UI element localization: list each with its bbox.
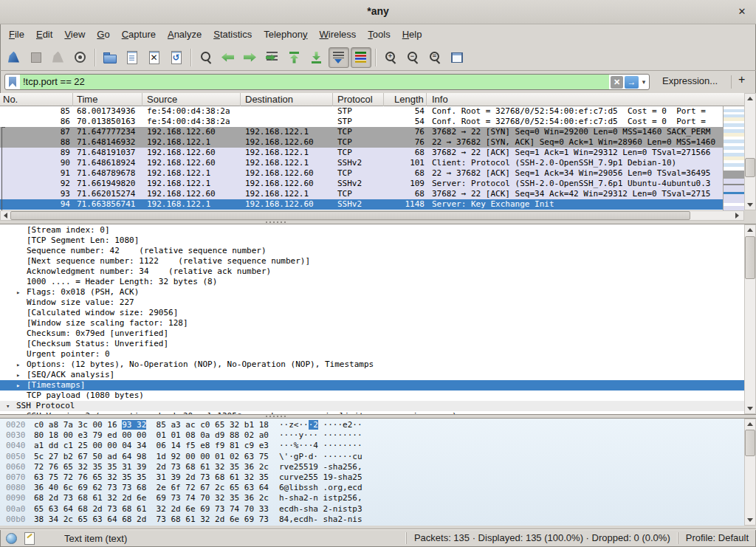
go-back-button[interactable] [218,47,238,68]
expander-right-icon[interactable]: ▸ [16,380,20,391]
hex-ascii[interactable]: \'·gP·d· ······cu [279,452,362,462]
hex-row[interactable]: 0020c0 a8 7a 3c 00 16 93 32 85 a3 ac c0 … [0,420,744,430]
capture-options-button[interactable] [70,47,91,68]
menu-item-analyze[interactable]: Analyze [162,27,207,42]
filter-add-button[interactable]: + [738,73,745,86]
capture-comment-icon[interactable] [24,532,35,545]
hex-ascii[interactable]: 84,ecdh- sha2-nis [279,515,362,525]
hex-bytes[interactable]: 36 40 6c 69 62 73 73 68 2e 6f 72 67 2c 6… [34,483,269,493]
detail-line[interactable]: [Stream index: 0] [0,225,744,235]
menu-item-telephony[interactable]: Telephony [258,27,313,42]
details-vscrollbar[interactable] [744,224,756,414]
hex-bytes[interactable]: 38 34 2c 65 63 64 68 2d 73 68 61 32 2d 6… [34,515,269,525]
detail-line[interactable]: Checksum: 0x79ed [unverified] [0,328,744,339]
find-packet-button[interactable] [196,47,216,68]
hex-ascii[interactable]: h-sha2-n istp256, [279,493,362,503]
scroll-down-icon[interactable] [744,200,756,210]
packet-list-vscrollbar[interactable] [744,93,756,210]
hex-row[interactable]: 00b038 34 2c 65 63 64 68 2d 73 68 61 32 … [0,515,744,525]
expert-info-icon[interactable] [6,533,17,544]
scroll-right-icon[interactable] [732,210,743,221]
menu-item-go[interactable]: Go [91,27,115,42]
scroll-left-icon[interactable] [0,210,10,221]
expander-down-icon[interactable]: ▾ [6,401,10,411]
expander-right-icon[interactable]: ▸ [16,370,20,380]
hex-bytes[interactable]: 68 2d 73 68 61 32 2d 6e 69 73 74 70 32 3… [34,493,269,503]
packet-list-hscrollbar[interactable] [0,210,744,221]
column-header-info[interactable]: Info [427,93,744,106]
hex-bytes[interactable]: a1 dd c1 25 00 00 04 34 06 14 f5 e8 f9 8… [34,441,269,451]
detail-line[interactable]: ▾SSH Protocol [0,401,744,411]
packet-row[interactable]: 9171.648789678192.168.122.1192.168.122.6… [0,168,723,179]
scroll-thumb[interactable] [745,430,755,456]
auto-scroll-button[interactable] [329,47,349,68]
hex-row[interactable]: 007063 75 72 76 65 32 35 35 31 39 2d 73 … [0,472,744,483]
detail-line[interactable]: 1000 .... = Header Length: 32 bytes (8) [0,277,744,287]
open-file-button[interactable] [100,47,120,68]
hex-bytes[interactable]: c0 a8 7a 3c 00 16 93 32 85 a3 ac c0 65 3… [34,420,269,430]
scroll-up-icon[interactable] [744,224,756,235]
hex-ascii[interactable]: rve25519 -sha256, [279,462,362,472]
restart-capture-button[interactable] [48,47,69,68]
filter-clear-button[interactable]: ✕ [611,76,623,89]
detail-line[interactable]: ▸Flags: 0x018 (PSH, ACK) [0,287,744,297]
hex-bytes[interactable]: 63 75 72 76 65 32 35 35 31 39 2d 73 68 6… [34,472,269,483]
stop-capture-button[interactable] [26,47,47,68]
hex-ascii[interactable]: ····y··· ········ [279,430,362,441]
detail-line[interactable]: Urgent pointer: 0 [0,349,744,359]
reload-file-button[interactable] [166,47,187,68]
resize-columns-button[interactable] [447,47,467,68]
packet-row[interactable]: 8568.001734936fe:54:00:d4:38:2aSTP54Conf… [0,106,723,117]
scroll-thumb[interactable] [745,236,755,279]
packet-row[interactable]: 8670.013850163fe:54:00:d4:38:2aSTP54Conf… [0,117,723,127]
menu-item-edit[interactable]: Edit [30,27,58,42]
menu-item-view[interactable]: View [58,27,91,42]
hex-ascii[interactable]: curve255 19-sha25 [279,472,362,483]
hex-ascii[interactable]: ··z<···2 ····e2·· [279,420,362,430]
column-header-protocol[interactable]: Protocol [333,93,384,106]
detail-line[interactable]: [Calculated window size: 29056] [0,308,744,318]
save-file-button[interactable] [122,47,142,68]
packet-row[interactable]: 9271.661949820192.168.122.1192.168.122.6… [0,179,723,189]
hex-row[interactable]: 008036 40 6c 69 62 73 73 68 2e 6f 72 67 … [0,483,744,493]
hex-row[interactable]: 00505c 27 b2 67 50 ad 64 98 1d 92 00 00 … [0,452,744,462]
filter-bookmark-icon[interactable] [5,75,20,89]
detail-line[interactable]: ▸[SEQ/ACK analysis] [0,370,744,380]
column-header-length[interactable]: Length [384,93,427,106]
profile-text[interactable]: Profile: Default [678,532,756,545]
detail-line[interactable]: [Next sequence number: 1122 (relative se… [0,256,744,266]
menu-item-file[interactable]: File [3,27,30,42]
menu-item-capture[interactable]: Capture [116,27,162,42]
scroll-up-icon[interactable] [744,93,756,103]
close-file-button[interactable] [144,47,165,68]
close-icon[interactable]: ✕ [735,5,749,18]
scroll-thumb[interactable] [745,158,755,177]
expander-right-icon[interactable]: ▸ [16,287,20,297]
hex-row[interactable]: 003080 18 00 e3 79 ed 00 00 01 01 08 0a … [0,430,744,441]
intelligent-scrollbar-minimap[interactable] [723,106,745,210]
detail-line[interactable]: ▸Options: (12 bytes), No-Operation (NOP)… [0,359,744,370]
detail-line[interactable]: TCP payload (1080 bytes) [0,391,744,401]
scroll-up-icon[interactable] [744,419,756,429]
hex-row[interactable]: 006072 76 65 32 35 35 31 39 2d 73 68 61 … [0,462,744,472]
detail-line[interactable]: Window size value: 227 [0,297,744,308]
packet-row[interactable]: 8971.648191037192.168.122.60192.168.122.… [0,148,723,158]
detail-line[interactable]: Sequence number: 42 (relative sequence n… [0,246,744,256]
column-header-destination[interactable]: Destination [241,93,333,106]
hex-bytes[interactable]: 65 63 64 68 2d 73 68 61 32 2d 6e 69 73 7… [34,504,269,515]
zoom-original-button[interactable] [425,47,445,68]
hex-ascii[interactable]: ···%···4 ········ [279,441,362,451]
hex-bytes[interactable]: 5c 27 b2 67 50 ad 64 98 1d 92 00 00 01 0… [34,452,269,462]
menu-item-tools[interactable]: Tools [362,27,396,42]
detail-line[interactable]: Acknowledgment number: 34 (relative ack … [0,266,744,277]
expander-right-icon[interactable]: ▸ [16,359,20,370]
display-filter-input[interactable]: !tcp.port == 22 [20,75,609,89]
colorize-button[interactable] [351,47,371,68]
column-header-time[interactable]: Time [73,93,142,106]
expression-button[interactable]: Expression... [662,75,718,86]
go-last-button[interactable] [306,47,327,68]
packet-row[interactable]: 9371.662015274192.168.122.60192.168.122.… [0,189,723,199]
packet-row[interactable]: 9071.648618924192.168.122.60192.168.122.… [0,158,723,168]
detail-line[interactable]: [Checksum Status: Unverified] [0,339,744,349]
go-forward-button[interactable] [240,47,261,68]
